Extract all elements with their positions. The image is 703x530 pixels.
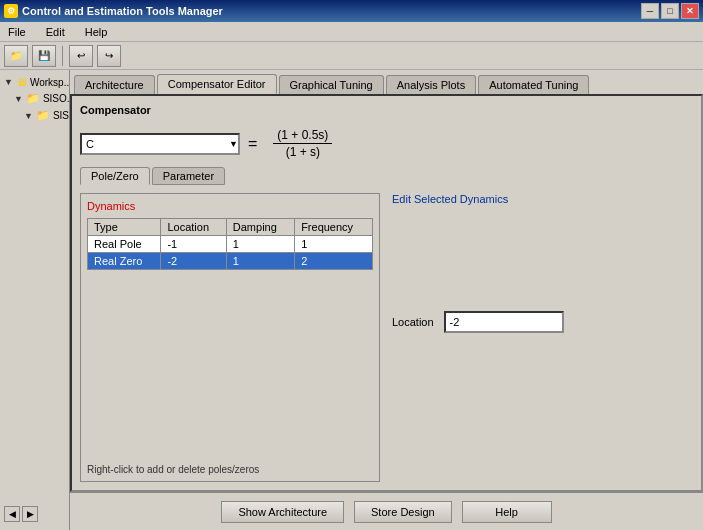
redo-button[interactable]: ↪ [97, 45, 121, 67]
right-dynamics: Edit Selected Dynamics Location [392, 193, 693, 482]
location-row: Location [392, 311, 693, 333]
tree-expand-icon-2: ▼ [14, 94, 23, 104]
cell-damping-1: 1 [226, 253, 294, 270]
sub-tab-pole-zero[interactable]: Pole/Zero [80, 167, 150, 185]
siso1-folder-icon: 📁 [26, 92, 40, 105]
store-design-button[interactable]: Store Design [354, 501, 452, 523]
save-button[interactable]: 💾 [32, 45, 56, 67]
edit-selected-title: Edit Selected Dynamics [392, 193, 693, 205]
minimize-button[interactable]: ─ [641, 3, 659, 19]
close-button[interactable]: ✕ [681, 3, 699, 19]
workspace-folder-icon: 🖥 [16, 76, 27, 88]
tab-automated-tuning[interactable]: Automated Tuning [478, 75, 589, 94]
toolbar: 📁 💾 ↩ ↪ [0, 42, 703, 70]
compensator-select-wrapper: C ▼ [80, 133, 240, 155]
table-row[interactable]: Real Zero -2 1 2 [88, 253, 373, 270]
scroll-right-button[interactable]: ▶ [22, 506, 38, 522]
dynamics-table: Type Location Damping Frequency Real Pol… [87, 218, 373, 270]
tabs-bar: Architecture Compensator Editor Graphica… [70, 70, 703, 94]
tree-expand-icon-3: ▼ [24, 111, 33, 121]
compensator-section: C ▼ = (1 + 0.5s) (1 + s) [80, 128, 693, 159]
sub-tabs: Pole/Zero Parameter [80, 167, 693, 185]
col-damping: Damping [226, 219, 294, 236]
show-architecture-button[interactable]: Show Architecture [221, 501, 344, 523]
toolbar-separator [62, 46, 63, 66]
panel-content: Compensator C ▼ = (1 + 0.5s) (1 + s) Pol… [70, 94, 703, 492]
cell-type-1: Real Zero [88, 253, 161, 270]
undo-button[interactable]: ↩ [69, 45, 93, 67]
tab-architecture[interactable]: Architecture [74, 75, 155, 94]
sidebar: ▼ 🖥 Worksp... ▼ 📁 SISO... ▼ 📁 SISO... [0, 70, 70, 530]
menu-bar: File Edit Help [0, 22, 703, 42]
sub-tab-parameter[interactable]: Parameter [152, 167, 225, 185]
tab-graphical-tuning[interactable]: Graphical Tuning [279, 75, 384, 94]
transfer-function: (1 + 0.5s) (1 + s) [273, 128, 332, 159]
location-input[interactable] [444, 311, 564, 333]
tf-numerator: (1 + 0.5s) [273, 128, 332, 144]
equals-sign: = [248, 135, 257, 153]
bottom-bar: ◀ ▶ Show Architecture Store Design Help [70, 492, 703, 530]
maximize-button[interactable]: □ [661, 3, 679, 19]
col-frequency: Frequency [295, 219, 373, 236]
sidebar-siso2-label: SISO... [53, 110, 70, 121]
dynamics-title: Dynamics [87, 200, 373, 212]
menu-help[interactable]: Help [81, 24, 112, 40]
col-location: Location [161, 219, 226, 236]
sidebar-siso1-label: SISO... [43, 93, 70, 104]
scroll-left-button[interactable]: ◀ [4, 506, 20, 522]
menu-edit[interactable]: Edit [42, 24, 69, 40]
tf-denominator: (1 + s) [282, 144, 324, 159]
tab-analysis-plots[interactable]: Analysis Plots [386, 75, 476, 94]
cell-damping-0: 1 [226, 236, 294, 253]
help-button[interactable]: Help [462, 501, 552, 523]
col-type: Type [88, 219, 161, 236]
tree-expand-icon: ▼ [4, 77, 13, 87]
sidebar-item-siso2[interactable]: ▼ 📁 SISO... [22, 107, 67, 124]
cell-type-0: Real Pole [88, 236, 161, 253]
cell-frequency-0: 1 [295, 236, 373, 253]
title-bar: ⚙ Control and Estimation Tools Manager ─… [0, 0, 703, 22]
app-icon: ⚙ [4, 4, 18, 18]
compensator-select[interactable]: C [80, 133, 240, 155]
tab-compensator-editor[interactable]: Compensator Editor [157, 74, 277, 94]
main-container: ▼ 🖥 Worksp... ▼ 📁 SISO... ▼ 📁 SISO... Ar… [0, 70, 703, 530]
cell-frequency-1: 2 [295, 253, 373, 270]
dynamics-panel: Dynamics Type Location Damping Frequency [80, 193, 693, 482]
right-click-hint: Right-click to add or delete poles/zeros [87, 464, 373, 475]
title-bar-buttons: ─ □ ✕ [641, 3, 699, 19]
sidebar-item-workspace[interactable]: ▼ 🖥 Worksp... [2, 74, 67, 90]
sidebar-workspace-label: Worksp... [30, 77, 70, 88]
open-button[interactable]: 📁 [4, 45, 28, 67]
cell-location-1: -2 [161, 253, 226, 270]
table-row[interactable]: Real Pole -1 1 1 [88, 236, 373, 253]
sidebar-item-siso1[interactable]: ▼ 📁 SISO... [12, 90, 67, 107]
right-panel: Architecture Compensator Editor Graphica… [70, 70, 703, 530]
cell-location-0: -1 [161, 236, 226, 253]
siso2-folder-icon: 📁 [36, 109, 50, 122]
compensator-label: Compensator [80, 104, 693, 116]
dynamics-box: Dynamics Type Location Damping Frequency [80, 193, 380, 482]
location-label: Location [392, 316, 434, 328]
menu-file[interactable]: File [4, 24, 30, 40]
window-title: Control and Estimation Tools Manager [22, 5, 223, 17]
